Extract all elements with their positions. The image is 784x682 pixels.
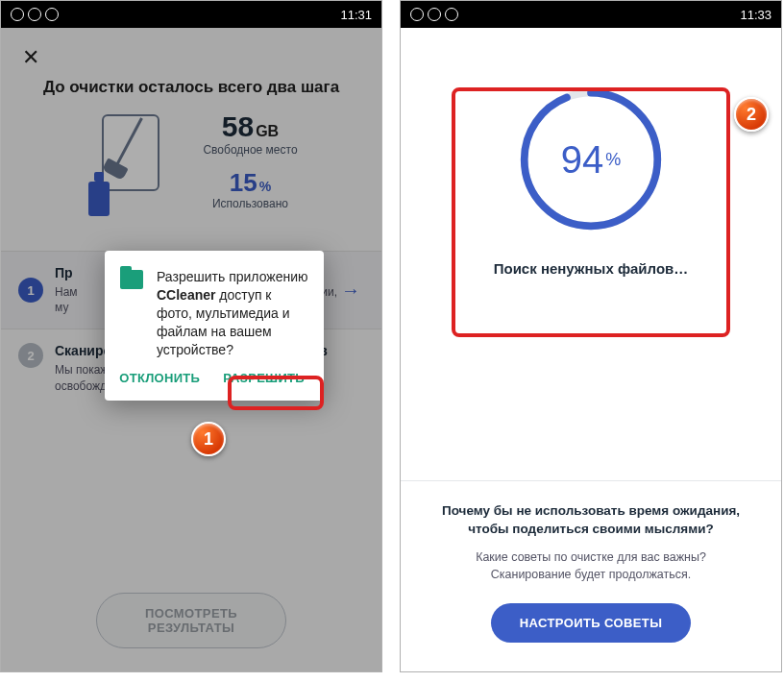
folder-icon	[120, 270, 143, 289]
tips-title: Почему бы не использовать время ожидания…	[426, 502, 756, 539]
status-icon	[45, 8, 59, 21]
progress-label: Поиск ненужных файлов…	[401, 260, 781, 277]
status-icon	[11, 8, 24, 21]
status-bar: 11:33	[401, 1, 781, 28]
screenshot-right: 11:33 94% Поиск ненужных файлов… Почему …	[400, 0, 782, 672]
permission-dialog: Разрешить приложению CCleaner доступ к ф…	[105, 251, 324, 401]
screenshot-left: 11:31 ✕ До очистки осталось всего два ша…	[0, 0, 382, 672]
status-icon	[445, 8, 458, 21]
tips-prompt-card: Почему бы не использовать время ожидания…	[401, 480, 781, 671]
configure-tips-button[interactable]: НАСТРОИТЬ СОВЕТЫ	[491, 603, 692, 643]
status-icon	[28, 8, 41, 21]
status-icon	[410, 8, 424, 21]
status-bar: 11:31	[1, 1, 381, 28]
tips-desc: Какие советы по очистке для вас важны? С…	[426, 548, 756, 585]
status-icon	[428, 8, 441, 21]
scanning-screen: 94% Поиск ненужных файлов… Почему бы не …	[401, 28, 781, 671]
deny-button[interactable]: ОТКЛОНИТЬ	[110, 363, 209, 393]
annotation-marker-1: 1	[191, 422, 226, 456]
annotation-marker-2: 2	[734, 97, 769, 132]
scan-progress: 94% Поиск ненужных файлов…	[401, 28, 781, 302]
progress-value: 94	[561, 138, 604, 182]
status-icons	[410, 8, 458, 21]
status-time: 11:33	[740, 8, 772, 22]
status-icons	[11, 8, 59, 21]
progress-unit: %	[605, 150, 621, 170]
allow-button[interactable]: РАЗРЕШИТЬ	[213, 363, 314, 393]
progress-ring: 94%	[517, 85, 665, 233]
status-time: 11:31	[340, 8, 372, 22]
